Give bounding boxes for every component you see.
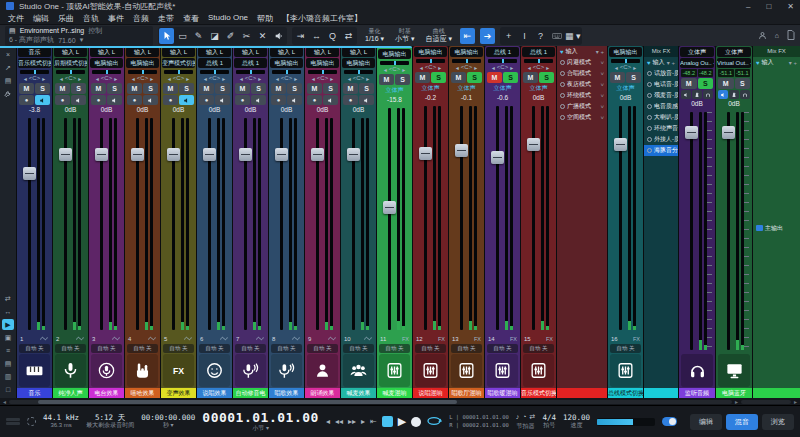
precount-icon[interactable]: ◔: [522, 413, 526, 421]
solo-button[interactable]: S: [735, 78, 751, 89]
fader-handle[interactable]: [23, 167, 36, 180]
mute-button[interactable]: M: [235, 83, 250, 94]
automation-mode[interactable]: 自动 关: [91, 344, 122, 353]
record-arm-button[interactable]: ●: [199, 95, 214, 105]
pan-right-arrow-icon[interactable]: ▸: [42, 75, 45, 82]
play-button[interactable]: ▶: [398, 416, 406, 427]
browse-view-button[interactable]: 浏览: [762, 414, 794, 430]
mute-button[interactable]: M: [718, 78, 734, 89]
automation-wave-icon[interactable]: [220, 336, 229, 342]
channel-output-route[interactable]: 电脑输出: [378, 49, 411, 59]
mute-button[interactable]: M: [451, 72, 466, 83]
monitor-toggle[interactable]: [662, 417, 677, 426]
channel-icon[interactable]: [379, 354, 410, 387]
pan-left-arrow-icon[interactable]: ◂: [132, 75, 135, 82]
fader-value[interactable]: -0.6: [485, 93, 520, 103]
pan-right-arrow-icon[interactable]: ▸: [222, 75, 225, 82]
pan-left-arrow-icon[interactable]: ◂: [420, 64, 423, 71]
menu-item[interactable]: 帮助: [257, 13, 273, 24]
fader-value[interactable]: -3.8: [17, 105, 52, 115]
record-arm-button[interactable]: ●: [271, 95, 286, 105]
panel-list-item[interactable]: 话放音-质˅: [644, 68, 678, 79]
channel-output-route[interactable]: 总线 1: [198, 58, 231, 68]
channel-icon[interactable]: [681, 354, 713, 387]
panel-list-item[interactable]: 颈麦音-质˅: [644, 90, 678, 101]
channel-strip[interactable]: 输入 L总线 1◂<C>▸MS●0dB6自动 关说唱效果: [197, 46, 232, 398]
io-panel-icon[interactable]: ▤: [2, 358, 14, 369]
automation-mode[interactable]: 自动 关: [199, 344, 230, 353]
automation-mode[interactable]: 自动 关: [307, 344, 338, 353]
automation-mode[interactable]: 自动 关: [163, 344, 194, 353]
automation-wave-icon[interactable]: [40, 336, 49, 342]
channel-input-label[interactable]: 输入 L: [198, 47, 231, 57]
panel-list-item[interactable]: 合唱模式˅: [557, 68, 607, 79]
stop-button[interactable]: [382, 416, 393, 427]
performance-meter-icon[interactable]: [6, 418, 20, 425]
fader-handle[interactable]: [203, 148, 216, 161]
mute-button[interactable]: M: [199, 83, 214, 94]
channel-output-route[interactable]: 总线 1: [522, 47, 555, 57]
solo-button[interactable]: S: [467, 72, 482, 83]
fader-handle[interactable]: [167, 148, 180, 161]
main-bus-item[interactable]: 主输出: [753, 223, 800, 234]
mute-button[interactable]: M: [610, 72, 625, 83]
monitor-button[interactable]: [35, 95, 50, 105]
menu-item[interactable]: 走带: [158, 13, 174, 24]
fader-handle[interactable]: [275, 148, 288, 161]
fader-track[interactable]: [496, 106, 499, 330]
channel-output-route[interactable]: 电脑输出: [270, 58, 303, 68]
channel-output-route[interactable]: 电脑输出: [126, 58, 159, 68]
compact-view-icon[interactable]: □: [2, 384, 14, 395]
pan-left-arrow-icon[interactable]: ◂: [384, 66, 387, 73]
sends-panel-icon[interactable]: ≡: [2, 345, 14, 356]
channel-output-route[interactable]: 电脑输出: [450, 47, 483, 57]
pan-slider[interactable]: [380, 61, 409, 65]
channel-output-route[interactable]: 后期模式切换: [54, 58, 87, 68]
fader-value[interactable]: 0dB: [161, 105, 196, 115]
minimize-button[interactable]: –: [746, 2, 750, 11]
external-devices-icon[interactable]: ⇄: [2, 293, 14, 304]
pan-slider[interactable]: [488, 59, 517, 63]
monitor-button[interactable]: [107, 95, 122, 105]
add-button[interactable]: +: [501, 28, 516, 44]
solo-button[interactable]: S: [107, 83, 122, 94]
next-marker-button[interactable]: ▸: [361, 417, 365, 426]
scroll-right-arrow[interactable]: ▸: [735, 398, 738, 405]
fader-handle[interactable]: [59, 148, 72, 161]
monitor-button[interactable]: [287, 95, 302, 105]
fader-handle[interactable]: [455, 144, 468, 157]
channel-icon[interactable]: [91, 354, 122, 387]
channel-input-label[interactable]: 输入 L: [234, 47, 267, 57]
solo-button[interactable]: S: [143, 83, 158, 94]
channel-strip[interactable]: 音乐音乐模式切换◂<C>▸MS●-3.81自动 关音乐: [17, 46, 52, 398]
automation-mode[interactable]: 自动 关: [343, 344, 374, 353]
record-arm-button[interactable]: ●: [163, 95, 178, 105]
record-arm-button[interactable]: ●: [19, 95, 34, 105]
record-arm-button[interactable]: ●: [343, 95, 358, 105]
pan-slider[interactable]: [56, 70, 85, 74]
mute-button[interactable]: M: [307, 83, 322, 94]
mute-tool[interactable]: ✕: [255, 28, 270, 44]
channel-icon[interactable]: [523, 354, 554, 387]
panel-input-header[interactable]: ♥输入▾ +: [557, 46, 607, 57]
fader-handle[interactable]: [527, 138, 540, 151]
fader-value[interactable]: 0dB: [341, 105, 376, 115]
mains-scrollbar[interactable]: [741, 400, 791, 404]
monitor-button[interactable]: [251, 95, 266, 105]
phones-mini-icon[interactable]: [740, 90, 750, 99]
channel-output-route[interactable]: 电脑输出: [342, 58, 375, 68]
mute-button[interactable]: M: [415, 72, 430, 83]
channel-icon[interactable]: [235, 354, 266, 387]
pencil-tool[interactable]: ✎: [191, 28, 206, 44]
timebase-selector[interactable]: 时基小节 ▾: [392, 28, 417, 43]
pan-slider[interactable]: [272, 70, 301, 74]
range-tool[interactable]: ▭: [175, 28, 190, 44]
channel-icon[interactable]: [451, 354, 482, 387]
fx-badge[interactable]: FX: [633, 336, 640, 342]
panel-list-item[interactable]: 广播模式˅: [557, 101, 607, 112]
cut-tool[interactable]: ✂: [239, 28, 254, 44]
channel-strip[interactable]: 立体声Virtual Out.. + 2-51.1-51.1MS0dB电脑蓝牙: [716, 46, 752, 398]
solo-button[interactable]: S: [431, 72, 446, 83]
return-to-start-button[interactable]: ⇤: [370, 417, 377, 426]
pan-right-arrow-icon[interactable]: ▸: [150, 75, 153, 82]
